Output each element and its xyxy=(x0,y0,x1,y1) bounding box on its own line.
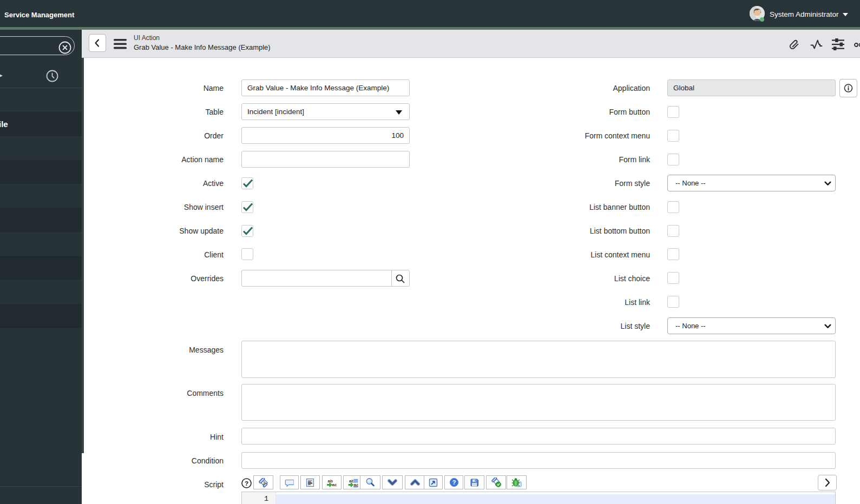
svg-text:?: ? xyxy=(245,480,248,487)
svg-text:ac: ac xyxy=(332,482,337,487)
svg-text:?: ? xyxy=(452,479,456,486)
